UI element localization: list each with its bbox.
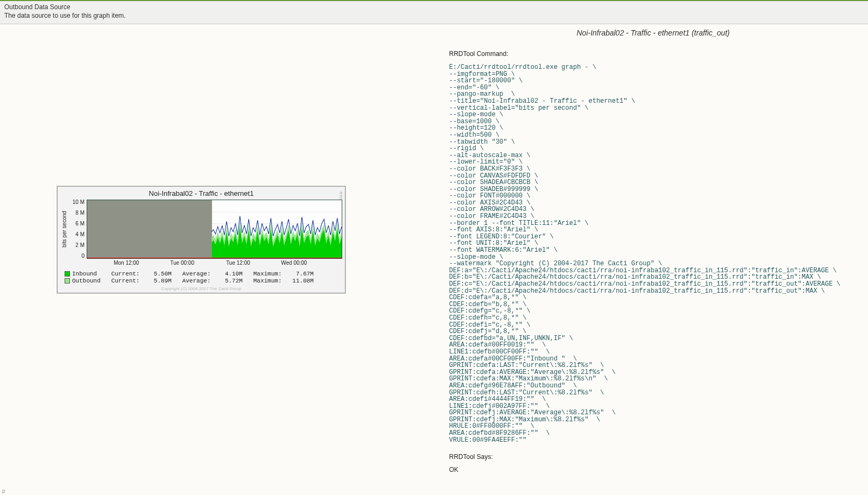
chart-xaxis: Mon 12:00 Tue 00:00 Tue 12:00 Wed 00:00 — [88, 260, 342, 267]
rrdtool-command-block: E:/Cacti/rrdtool/rrdtool.exe graph - \ -… — [449, 64, 858, 443]
chart-legend: Inbound Current: 5.50M Average: 4.10M Ma… — [65, 271, 340, 284]
header-bar: Outbound Data Source The data source to … — [0, 1, 868, 24]
legend-swatch-outbound — [65, 278, 70, 284]
chart-series-svg — [87, 200, 342, 258]
header-title: Outbound Data Source — [4, 3, 864, 11]
chart-plot-area — [87, 200, 342, 259]
chart-title: Noi-Infrabal02 - Traffic - ethernet1 — [60, 189, 342, 197]
traffic-chart: Noi-Infrabal02 - Traffic - ethernet1 RRD… — [57, 186, 346, 294]
rrdtool-command-label: RRDTool Command: — [449, 50, 858, 58]
chart-watermark: Copyright (C) 2004-2017 The Cacti Group — [60, 286, 342, 291]
chart-ylabel: bits per second — [60, 200, 68, 259]
chart-yaxis: 10 M 8 M 6 M 4 M 2 M 0 — [68, 200, 87, 259]
header-desc: The data source to use for this graph it… — [4, 12, 864, 19]
rrdtool-says-output: OK — [449, 466, 858, 473]
chart-hrule-zero — [87, 258, 342, 258]
legend-swatch-inbound — [65, 271, 70, 277]
rrdtool-says-label: RRDTool Says: — [449, 453, 858, 461]
debug-title: Noi-Infrabal02 - Traffic - ethernet1 (tr… — [449, 29, 858, 37]
